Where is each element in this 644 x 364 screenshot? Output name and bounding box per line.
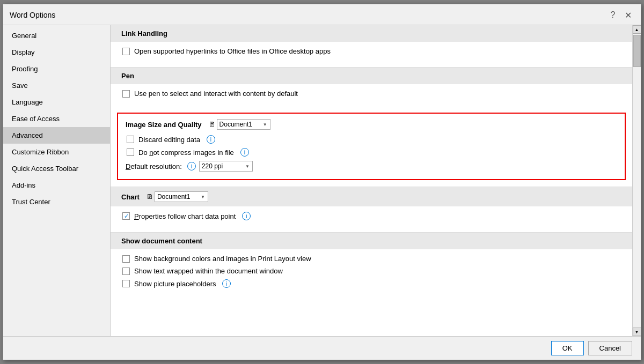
open-hyperlinks-label[interactable]: Open supported hyperlinks to Office file…: [134, 47, 331, 55]
chart-checkbox-row: Properties follow chart data point i: [121, 212, 621, 220]
no-compress-label[interactable]: Do not compress images in file: [138, 148, 234, 157]
sidebar-item-add-ins[interactable]: Add-ins: [3, 177, 110, 194]
doc-icon-chart: 🖹: [145, 192, 155, 202]
pen-checkbox-row: Use pen to select and interact with cont…: [121, 90, 621, 98]
show-bg-label[interactable]: Show background colors and images in Pri…: [134, 255, 311, 263]
resolution-info: i: [187, 162, 196, 170]
image-size-quality-section: Image Size and Quality 🖹 Document1: [117, 113, 626, 180]
chart-properties-info: i: [242, 212, 251, 220]
default-resolution-label: Default resolution:: [126, 162, 182, 170]
scroll-track[interactable]: [633, 34, 641, 328]
sidebar-item-save[interactable]: Save: [3, 77, 110, 94]
dialog-body: GeneralDisplayProofingSaveLanguageEase o…: [3, 25, 641, 336]
pen-checkbox[interactable]: [122, 90, 130, 98]
resolution-select-wrapper[interactable]: 96 ppi 150 ppi 220 ppi 330 ppi High fide…: [199, 161, 253, 172]
help-button[interactable]: ?: [606, 9, 619, 21]
scroll-down-btn[interactable]: ▼: [633, 328, 641, 336]
no-compress-checkbox[interactable]: [127, 148, 134, 156]
show-bg-row: Show background colors and images in Pri…: [121, 255, 621, 263]
chart-body: Properties follow chart data point i: [111, 206, 632, 232]
link-handling-checkbox-row: Open supported hyperlinks to Office file…: [121, 47, 621, 55]
chart-header: Chart 🖹 Document1: [111, 187, 632, 206]
show-picture-label[interactable]: Show picture placeholders: [134, 280, 216, 288]
main-scroll-wrapper: Link Handling Open supported hyperlinks …: [111, 25, 641, 336]
no-compress-row: Do not compress images in file i: [126, 148, 617, 157]
title-bar-buttons: ? ✕: [606, 9, 634, 21]
discard-editing-info: i: [207, 135, 215, 144]
default-resolution-row: Default resolution: i 96 ppi 150 ppi 220…: [126, 161, 617, 172]
scroll-thumb[interactable]: [633, 35, 641, 67]
sidebar-item-customize-ribbon[interactable]: Customize Ribbon: [3, 144, 110, 160]
sidebar-item-general[interactable]: General: [3, 27, 110, 44]
image-size-document-select[interactable]: Document1: [217, 119, 270, 130]
pen-header: Pen: [111, 67, 632, 84]
scroll-area[interactable]: Link Handling Open supported hyperlinks …: [111, 25, 632, 336]
image-size-title-row: Image Size and Quality 🖹 Document1: [126, 119, 617, 130]
scroll-up-btn[interactable]: ▲: [633, 25, 641, 34]
sidebar-item-ease-of-access[interactable]: Ease of Access: [3, 110, 110, 127]
show-document-body: Show background colors and images in Pri…: [111, 249, 632, 300]
show-text-wrapped-row: Show text wrapped within the document wi…: [121, 267, 621, 275]
chart-document-wrapper[interactable]: 🖹 Document1: [145, 191, 208, 202]
doc-icon-image: 🖹: [207, 120, 217, 129]
image-size-title: Image Size and Quality: [126, 121, 202, 129]
sidebar-item-language[interactable]: Language: [3, 94, 110, 110]
show-text-wrapped-checkbox[interactable]: [122, 268, 130, 275]
pen-label[interactable]: Use pen to select and interact with cont…: [134, 90, 298, 98]
sidebar: GeneralDisplayProofingSaveLanguageEase o…: [3, 25, 111, 336]
show-text-wrapped-label[interactable]: Show text wrapped within the document wi…: [134, 267, 283, 275]
show-picture-checkbox[interactable]: [122, 280, 130, 287]
resolution-select[interactable]: 96 ppi 150 ppi 220 ppi 330 ppi High fide…: [199, 161, 253, 172]
main-content: Link Handling Open supported hyperlinks …: [111, 25, 632, 336]
footer: OK Cancel: [3, 336, 641, 360]
show-picture-info: i: [222, 279, 231, 288]
close-button[interactable]: ✕: [621, 9, 634, 21]
show-picture-row: Show picture placeholders i: [121, 279, 621, 288]
chart-properties-label[interactable]: Properties follow chart data point: [134, 212, 236, 220]
chart-document-select[interactable]: Document1: [155, 191, 208, 202]
dialog-title: Word Options: [10, 11, 55, 19]
discard-editing-label[interactable]: Discard editing data: [138, 136, 200, 144]
pen-body: Use pen to select and interact with cont…: [111, 84, 632, 109]
title-bar: Word Options ? ✕: [3, 4, 641, 25]
link-handling-header: Link Handling: [111, 25, 632, 42]
sidebar-item-trust-center[interactable]: Trust Center: [3, 194, 110, 210]
ok-button[interactable]: OK: [551, 341, 584, 355]
scrollbar[interactable]: ▲ ▼: [632, 25, 641, 336]
sidebar-item-advanced[interactable]: Advanced: [3, 127, 110, 144]
discard-editing-checkbox[interactable]: [127, 136, 134, 143]
discard-editing-row: Discard editing data i: [126, 135, 617, 144]
show-document-header: Show document content: [111, 232, 632, 249]
show-bg-checkbox[interactable]: [122, 255, 130, 263]
image-size-document-wrapper[interactable]: 🖹 Document1: [207, 119, 270, 130]
chart-label: Chart: [121, 193, 140, 201]
word-options-dialog: Word Options ? ✕ GeneralDisplayProofingS…: [3, 4, 641, 360]
sidebar-item-quick-access[interactable]: Quick Access Toolbar: [3, 160, 110, 177]
no-compress-info: i: [240, 148, 249, 157]
sidebar-item-proofing[interactable]: Proofing: [3, 61, 110, 77]
chart-properties-checkbox[interactable]: [122, 212, 130, 220]
open-hyperlinks-checkbox[interactable]: [122, 48, 130, 55]
link-handling-body: Open supported hyperlinks to Office file…: [111, 42, 632, 67]
sidebar-item-display[interactable]: Display: [3, 44, 110, 61]
cancel-button[interactable]: Cancel: [588, 341, 632, 355]
